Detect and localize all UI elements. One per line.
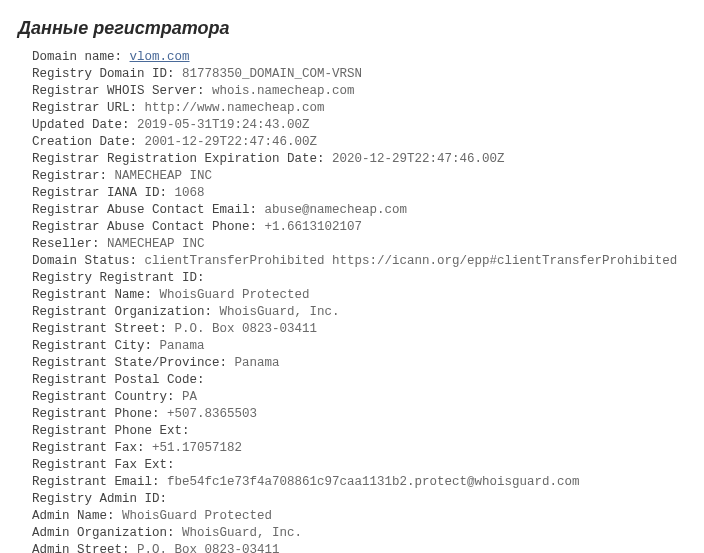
whois-record-row: Registrar: NAMECHEAP INC <box>32 168 686 185</box>
whois-record-label: Registry Registrant ID: <box>32 271 205 285</box>
whois-record-row: Registrar WHOIS Server: whois.namecheap.… <box>32 83 686 100</box>
whois-record-label: Registrant State/Province: <box>32 356 227 370</box>
whois-record-row: Registrar URL: http://www.namecheap.com <box>32 100 686 117</box>
whois-record-row: Registrant Fax Ext: <box>32 457 686 474</box>
whois-record-label: Admin Organization: <box>32 526 175 540</box>
whois-record-label: Registrar: <box>32 169 107 183</box>
whois-record-row: Registrant Phone: +507.8365503 <box>32 406 686 423</box>
whois-record-row: Admin Name: WhoisGuard Protected <box>32 508 686 525</box>
whois-record-row: Creation Date: 2001-12-29T22:47:46.00Z <box>32 134 686 151</box>
whois-record-row: Registrant Country: PA <box>32 389 686 406</box>
whois-record-label: Registrar Registration Expiration Date: <box>32 152 325 166</box>
whois-record-row: Domain name: vlom.com <box>32 49 686 66</box>
whois-record-label: Registry Admin ID: <box>32 492 167 506</box>
whois-record-value: +51.17057182 <box>152 441 242 455</box>
whois-record-row: Registrant Email: fbe54fc1e73f4a708861c9… <box>32 474 686 491</box>
whois-record-row: Domain Status: clientTransferProhibited … <box>32 253 686 270</box>
whois-record-value: WhoisGuard Protected <box>160 288 310 302</box>
whois-record-row: Registrant Fax: +51.17057182 <box>32 440 686 457</box>
whois-record-row: Registry Domain ID: 81778350_DOMAIN_COM-… <box>32 66 686 83</box>
whois-record-label: Registrant Country: <box>32 390 175 404</box>
whois-record-value: NAMECHEAP INC <box>115 169 213 183</box>
whois-record-row: Registrant City: Panama <box>32 338 686 355</box>
whois-record-value: 2020-12-29T22:47:46.00Z <box>332 152 505 166</box>
whois-record-row: Registrant Organization: WhoisGuard, Inc… <box>32 304 686 321</box>
whois-record-row: Registrar Abuse Contact Email: abuse@nam… <box>32 202 686 219</box>
whois-record-label: Domain Status: <box>32 254 137 268</box>
whois-record-label: Creation Date: <box>32 135 137 149</box>
whois-record-value: whois.namecheap.com <box>212 84 355 98</box>
whois-record-row: Registrant State/Province: Panama <box>32 355 686 372</box>
whois-record-row: Registry Registrant ID: <box>32 270 686 287</box>
whois-record-label: Domain name: <box>32 50 122 64</box>
whois-record-label: Registrar WHOIS Server: <box>32 84 205 98</box>
whois-record-value: fbe54fc1e73f4a708861c97caa1131b2.protect… <box>167 475 580 489</box>
whois-record-label: Admin Name: <box>32 509 115 523</box>
whois-record-value: Panama <box>160 339 205 353</box>
whois-record-row: Admin Organization: WhoisGuard, Inc. <box>32 525 686 542</box>
whois-record-value: http://www.namecheap.com <box>145 101 325 115</box>
whois-record-label: Registrant Email: <box>32 475 160 489</box>
whois-record-label: Registrar IANA ID: <box>32 186 167 200</box>
whois-record-row: Reseller: NAMECHEAP INC <box>32 236 686 253</box>
whois-record-row: Registrar IANA ID: 1068 <box>32 185 686 202</box>
whois-record-value: WhoisGuard, Inc. <box>220 305 340 319</box>
whois-record-row: Registrant Name: WhoisGuard Protected <box>32 287 686 304</box>
whois-record-label: Registrant Fax: <box>32 441 145 455</box>
whois-record-value: PA <box>182 390 197 404</box>
whois-record-row: Registrar Registration Expiration Date: … <box>32 151 686 168</box>
whois-record-label: Admin Street: <box>32 543 130 553</box>
whois-record-label: Registrar URL: <box>32 101 137 115</box>
whois-record-value: 81778350_DOMAIN_COM-VRSN <box>182 67 362 81</box>
whois-record-label: Registrar Abuse Contact Phone: <box>32 220 257 234</box>
whois-record-label: Registrar Abuse Contact Email: <box>32 203 257 217</box>
whois-record-value: 1068 <box>175 186 205 200</box>
whois-record-row: Registrar Abuse Contact Phone: +1.661310… <box>32 219 686 236</box>
whois-record-label: Registrant Name: <box>32 288 152 302</box>
whois-record-value: WhoisGuard Protected <box>122 509 272 523</box>
whois-record-row: Admin Street: P.O. Box 0823-03411 <box>32 542 686 553</box>
whois-record-row: Registrant Street: P.O. Box 0823-03411 <box>32 321 686 338</box>
whois-record-label: Registrant Organization: <box>32 305 212 319</box>
section-title: Данные регистратора <box>18 18 686 39</box>
whois-records-block: Domain name: vlom.comRegistry Domain ID:… <box>18 49 686 553</box>
whois-record-value: Panama <box>235 356 280 370</box>
whois-record-value: P.O. Box 0823-03411 <box>175 322 318 336</box>
whois-record-label: Registry Domain ID: <box>32 67 175 81</box>
whois-container: Данные регистратора Domain name: vlom.co… <box>0 0 704 553</box>
whois-record-value: +507.8365503 <box>167 407 257 421</box>
whois-record-value: P.O. Box 0823-03411 <box>137 543 280 553</box>
whois-record-value[interactable]: vlom.com <box>130 50 190 64</box>
whois-record-label: Registrant Phone Ext: <box>32 424 190 438</box>
whois-record-label: Registrant Phone: <box>32 407 160 421</box>
whois-record-row: Registrant Postal Code: <box>32 372 686 389</box>
whois-record-row: Updated Date: 2019-05-31T19:24:43.00Z <box>32 117 686 134</box>
whois-record-label: Registrant City: <box>32 339 152 353</box>
whois-record-value: 2019-05-31T19:24:43.00Z <box>137 118 310 132</box>
whois-record-row: Registrant Phone Ext: <box>32 423 686 440</box>
whois-record-label: Registrant Street: <box>32 322 167 336</box>
whois-record-label: Registrant Fax Ext: <box>32 458 175 472</box>
whois-record-value: abuse@namecheap.com <box>265 203 408 217</box>
whois-record-label: Reseller: <box>32 237 100 251</box>
whois-record-value: WhoisGuard, Inc. <box>182 526 302 540</box>
whois-record-value: 2001-12-29T22:47:46.00Z <box>145 135 318 149</box>
whois-record-row: Registry Admin ID: <box>32 491 686 508</box>
whois-record-label: Registrant Postal Code: <box>32 373 205 387</box>
whois-record-value: NAMECHEAP INC <box>107 237 205 251</box>
whois-record-label: Updated Date: <box>32 118 130 132</box>
whois-record-value: +1.6613102107 <box>265 220 363 234</box>
whois-record-value: clientTransferProhibited https://icann.o… <box>145 254 678 268</box>
